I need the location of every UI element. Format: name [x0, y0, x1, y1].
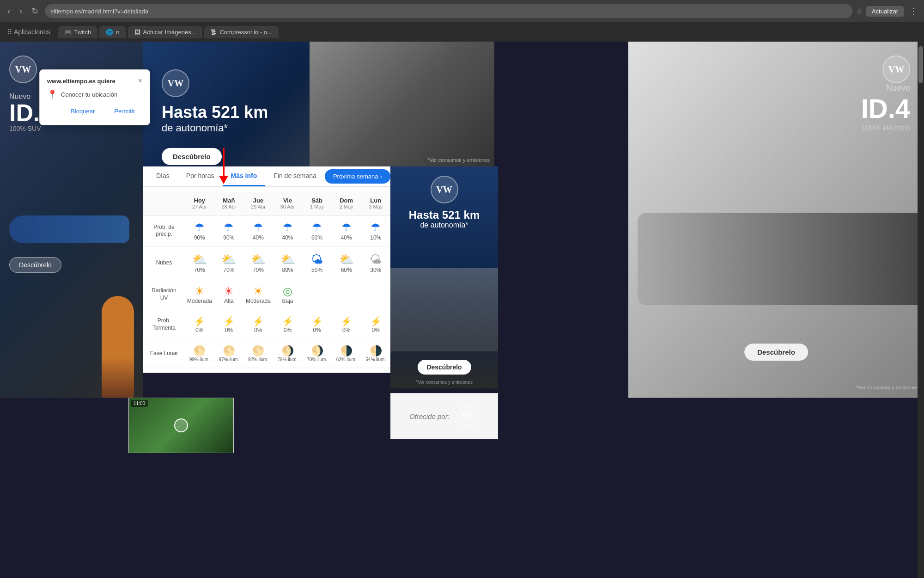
precip-icon-2: ☂	[243, 221, 273, 234]
map-time-label: 11:00	[131, 400, 148, 407]
ofrecido-label: Ofrecido por:	[409, 412, 450, 420]
tab-dias[interactable]: Días	[148, 166, 178, 186]
precip-icon-6: ☂	[361, 221, 390, 234]
nubes-row: Nubes ⛅ 70% ⛅ 70% ⛅ 70% ⛅ 80%	[143, 247, 390, 279]
precip-val-0: 90%	[185, 234, 214, 241]
block-button[interactable]: Bloquear	[63, 105, 102, 117]
right-ad-cta-button[interactable]: Descúbrelo	[417, 360, 471, 375]
nubes-val-4: 50%	[302, 267, 332, 273]
big-right-ad: VW Nuevo ID.4 100% eléctrico Descúbrelo …	[628, 42, 924, 398]
moon-icon-0: 🌕	[185, 345, 214, 357]
weather-tabs: Días Por horas Más info Fin de semana Pr…	[143, 166, 390, 187]
tormenta-label: Prob. Tormenta	[143, 317, 185, 332]
uv-icon-1: ☀	[214, 285, 244, 298]
weather-table: Hoy 27 Abr Mañ 28 Abr Jue 29 Abr Vie 30 …	[143, 187, 390, 373]
nubes-lun: 🌤 30%	[361, 251, 390, 275]
day-name-2: Jue	[243, 197, 273, 204]
big-right-type: 100% eléctrico	[642, 124, 910, 132]
day-date-5: 2 May	[332, 204, 361, 209]
tormenta-val-5: 0%	[332, 327, 361, 333]
tormenta-man: ⚡ 0%	[214, 314, 244, 335]
left-ad-cta-button[interactable]: Descúbrelo	[9, 257, 61, 273]
bookmark-icon[interactable]: ☆	[856, 7, 863, 16]
storm-icon-3: ⚡	[273, 316, 303, 327]
lunar-val-0: 99% ilum.	[185, 357, 214, 362]
url-text: eltiempo.es/madrid.html?v=detallada	[50, 8, 148, 15]
tab-achicar[interactable]: 🖼 Achicar Imágenes...	[128, 26, 203, 38]
uv-hoy: ☀ Moderada	[185, 283, 214, 306]
back-button[interactable]: ‹	[5, 5, 13, 18]
day-date-6: 3 May	[361, 204, 390, 209]
uv-row: Radiación UV ☀ Moderada ☀ Alta ☀ Moderad…	[143, 279, 390, 310]
allow-button[interactable]: Permitir	[107, 105, 142, 117]
map-thumbnail: 11:00	[128, 398, 234, 453]
big-right-nuevo: Nuevo	[642, 83, 910, 93]
notif-close-button[interactable]: ×	[138, 77, 142, 85]
day-name-0: Hoy	[185, 197, 214, 204]
apps-button[interactable]: ⠿ Aplicaciones	[4, 26, 54, 37]
reload-button[interactable]: ↻	[29, 4, 41, 18]
storm-icon-5: ⚡	[332, 316, 361, 327]
tab-achicar-label: Achicar Imágenes...	[143, 29, 196, 36]
uv-dom	[332, 293, 361, 296]
menu-dots-icon[interactable]: ⋮	[907, 6, 919, 16]
precip-val-5: 40%	[332, 234, 361, 241]
day-col-hoy: Hoy 27 Abr	[185, 195, 214, 211]
day-col-dom: Dom 2 May	[332, 195, 361, 211]
cloud-icon-4: 🌤	[302, 252, 332, 267]
moon-icon-1: 🌕	[214, 345, 244, 357]
next-week-label: Próxima semana	[333, 173, 378, 180]
next-week-button[interactable]: Próxima semana ›	[325, 169, 390, 184]
actualizar-button[interactable]: Actualizar	[866, 6, 904, 17]
tab-n[interactable]: 🌐 n	[99, 26, 126, 38]
day-col-vie: Vie 30 Abr	[273, 195, 303, 211]
tab-compressor[interactable]: 🗜 Compressor.io - o...	[204, 26, 278, 38]
tab-n-favicon: 🌐	[106, 29, 113, 36]
uv-sab	[302, 293, 332, 296]
lunar-val-2: 92% ilum.	[243, 357, 273, 362]
tormenta-jue: ⚡ 0%	[243, 314, 273, 335]
uv-vie: ◎ Baja	[273, 283, 303, 306]
vw-logo-banner: VW	[162, 69, 189, 97]
precip-man: ☂ 90%	[214, 219, 244, 243]
moon-icon-2: 🌕	[243, 345, 273, 357]
map-center-marker	[174, 418, 188, 432]
tab-twitch[interactable]: 🎮 Twitch	[58, 26, 98, 38]
banner-cta-button[interactable]: Descúbrelo	[162, 148, 222, 165]
nubes-val-6: 30%	[361, 267, 390, 273]
nubes-val-2: 70%	[243, 267, 273, 273]
lunar-dom: 🌗 62% ilum.	[332, 343, 361, 364]
precip-icon-4: ☂	[302, 221, 332, 234]
scrollbar[interactable]	[918, 42, 924, 578]
tabs-bar: ⠿ Aplicaciones 🎮 Twitch 🌐 n 🖼 Achicar Im…	[0, 22, 924, 42]
forward-button[interactable]: ›	[17, 5, 25, 18]
car-shape-left	[9, 215, 129, 243]
tab-twitch-favicon: 🎮	[64, 29, 72, 36]
address-bar[interactable]: eltiempo.es/madrid.html?v=detallada	[45, 4, 852, 18]
ofrecido-vw-logo: VW	[457, 405, 479, 427]
nubes-sab: 🌤 50%	[302, 251, 332, 275]
nubes-man: ⛅ 70%	[214, 251, 244, 275]
notif-message: Conocer tu ubicación	[61, 91, 117, 98]
precip-row: Prob. de precip. ☂ 90% ☂ 90% ☂ 40% ☂ 40%	[143, 215, 390, 247]
precip-icon-1: ☂	[214, 221, 244, 234]
tormenta-hoy: ⚡ 0%	[185, 314, 214, 335]
left-ad-type: 100% SUV	[9, 125, 134, 132]
tab-fin-semana[interactable]: Fin de semana	[265, 166, 325, 186]
tormenta-row: Prob. Tormenta ⚡ 0% ⚡ 0% ⚡ 0% ⚡ 0%	[143, 310, 390, 339]
banner-consumos: *Ver consumos y emisiones	[427, 157, 490, 163]
uv-icon-0: ☀	[185, 285, 214, 298]
arrow-head	[219, 176, 228, 184]
tab-mas-info[interactable]: Más info	[223, 166, 266, 186]
nubes-val-3: 80%	[273, 267, 303, 273]
scroll-thumb[interactable]	[918, 46, 923, 83]
big-right-cta-button[interactable]: Descúbrelo	[744, 344, 808, 361]
moon-icon-6: 🌗	[361, 345, 390, 357]
uv-icon-3: ◎	[273, 285, 303, 298]
tab-n-label: n	[116, 29, 119, 36]
day-name-5: Dom	[332, 197, 361, 204]
storm-icon-6: ⚡	[361, 316, 390, 327]
notif-buttons: Bloquear Permitir	[47, 105, 142, 117]
precip-val-3: 40%	[273, 234, 303, 241]
tab-por-horas[interactable]: Por horas	[178, 166, 223, 186]
